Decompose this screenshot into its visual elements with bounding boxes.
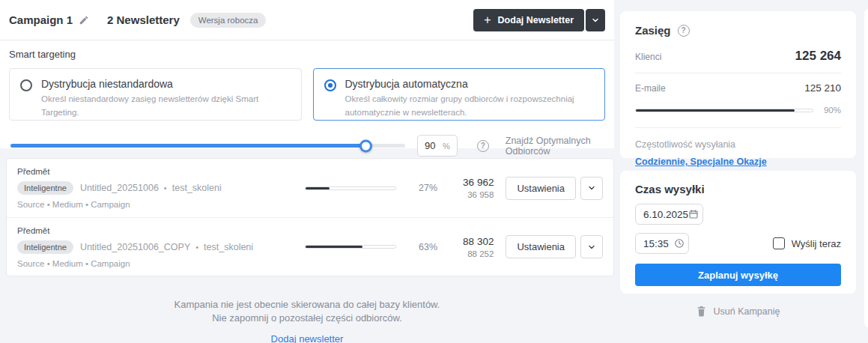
percent-unit: % [443,142,450,151]
newsletter-more-button[interactable] [580,177,603,200]
utm-meta: Source • Medium • Campaign [17,200,299,209]
subject-label: Předmět [17,226,299,235]
smart-targeting-title: Smart targeting [9,49,605,60]
newsletter-progress-bar [305,186,396,190]
newsletter-row: Předmět Inteligentne Untitled_20251006 •… [7,159,613,217]
newsletter-tag: test_skoleni [172,183,222,193]
progress-percent: 63% [419,242,444,252]
frequency-link[interactable]: Codziennie, Specjalne Okazje [635,157,767,167]
newsletter-name: Untitled_20251006_COPY [80,242,190,252]
clients-label: Klienci [635,52,661,62]
help-icon[interactable]: ? [678,25,690,37]
chevron-down-icon [591,16,600,25]
emails-count: 88 252 [463,249,494,258]
campaign-title: Campaign 1 [9,13,73,26]
time-input[interactable] [643,238,674,249]
send-time-title: Czas wysyłki [635,183,705,195]
settings-button[interactable]: Ustawienia [506,235,576,258]
add-newsletter-button[interactable]: + Dodaj Newsletter [473,9,584,31]
smart-badge: Inteligentne [17,240,73,254]
campaign-header-panel: Campaign 1 2 Newslettery Wersja robocza … [0,0,614,148]
option-description: Określ niestandardowy zasięg newsletteró… [41,93,291,120]
coverage-warning: Kampania nie jest obecnie skierowana do … [0,298,614,343]
clock-icon[interactable] [674,238,685,249]
percent-input[interactable] [425,140,443,151]
audience-size-slider[interactable] [10,144,405,148]
time-input-box [635,233,689,254]
date-input[interactable] [643,209,688,220]
schedule-send-button[interactable]: Zaplanuj wysyłkę [635,264,841,286]
edit-campaign-icon[interactable] [79,15,89,25]
smart-targeting-section: Smart targeting Dystrybucja niestandardo… [0,40,614,157]
date-input-box [635,204,703,225]
recipients-count: 36 962 [463,177,494,188]
option-automatic-distribution[interactable]: Dystrybucja automatyczna Określ całkowit… [313,68,606,121]
coverage-warning-line2: Nie zapomnij o pozostałej części odbiorc… [0,312,614,325]
smart-badge: Inteligentne [17,181,73,195]
chevron-down-icon [587,183,596,192]
plus-icon: + [484,14,491,26]
send-now-option[interactable]: Wyślij teraz [773,237,841,249]
find-optimal-recipients-link[interactable]: Znajdź Optymalnych Odbiorców [506,136,604,157]
frequency-label: Częstotliwość wysyłania [635,139,841,150]
settings-button[interactable]: Ustawienia [506,177,576,200]
emails-count: 36 958 [463,190,494,199]
option-custom-distribution[interactable]: Dystrybucja niestandardowa Określ niesta… [9,68,302,121]
newsletter-more-button[interactable] [580,235,603,258]
reach-progress-bar [635,109,813,112]
send-now-checkbox[interactable] [773,237,785,249]
option-description: Określ całkowity rozmiar grupy odbiorców… [345,93,592,120]
add-newsletter-dropdown-button[interactable] [586,9,605,31]
delete-campaign-label: Usuń Kampanię [714,306,780,317]
status-badge: Wersja robocza [190,13,267,28]
reach-percent: 90% [824,106,841,115]
add-newsletter-label: Dodaj Newsletter [498,15,574,25]
send-time-panel: Czas wysyłki Wyślij teraz Zaplanuj wysył… [620,171,856,294]
newsletter-row: Předmět Inteligentne Untitled_20251006_C… [7,217,613,276]
emails-label: E-maile [635,83,666,94]
campaign-header: Campaign 1 2 Newslettery Wersja robocza … [0,0,614,40]
trash-icon [696,306,706,317]
add-newsletter-link[interactable]: Dodaj newsletter [271,333,344,343]
main-column: Campaign 1 2 Newslettery Wersja robocza … [0,0,614,343]
percent-input-box: % [417,135,458,157]
slider-thumb[interactable] [359,139,372,152]
utm-meta: Source • Medium • Campaign [17,259,299,268]
bullet-separator: • [164,183,167,192]
newsletters-count: 2 Newslettery [107,13,180,26]
recipients-count: 88 302 [463,236,494,247]
radio-unselected-icon[interactable] [20,79,32,91]
coverage-warning-line1: Kampania nie jest obecnie skierowana do … [0,298,614,312]
bullet-separator: • [195,243,198,252]
chevron-down-icon [587,243,596,252]
newsletter-list: Předmět Inteligentne Untitled_20251006 •… [6,158,614,276]
newsletter-name: Untitled_20251006 [80,183,159,193]
reach-title: Zasięg [635,24,671,37]
help-icon[interactable]: ? [477,140,489,152]
calendar-icon[interactable] [688,209,699,219]
progress-percent: 27% [419,183,444,193]
newsletter-tag: test_skoleni [204,242,253,252]
newsletter-progress-bar [305,245,396,249]
subject-label: Předmět [17,167,299,176]
option-label: Dystrybucja automatyczna [345,78,592,90]
audience-slider-row: % ? Znajdź Optymalnych Odbiorców [9,135,605,157]
send-now-label: Wyślij teraz [792,238,841,249]
radio-selected-icon[interactable] [324,79,336,91]
delete-campaign-button[interactable]: Usuń Kampanię [620,306,856,317]
clients-value: 125 264 [795,49,841,64]
adjacent-panel-edge [864,9,868,327]
option-label: Dystrybucja niestandardowa [41,78,291,90]
reach-panel: Zasięg ? Klienci 125 264 E-maile 125 210… [620,11,856,158]
emails-value: 125 210 [804,82,841,94]
